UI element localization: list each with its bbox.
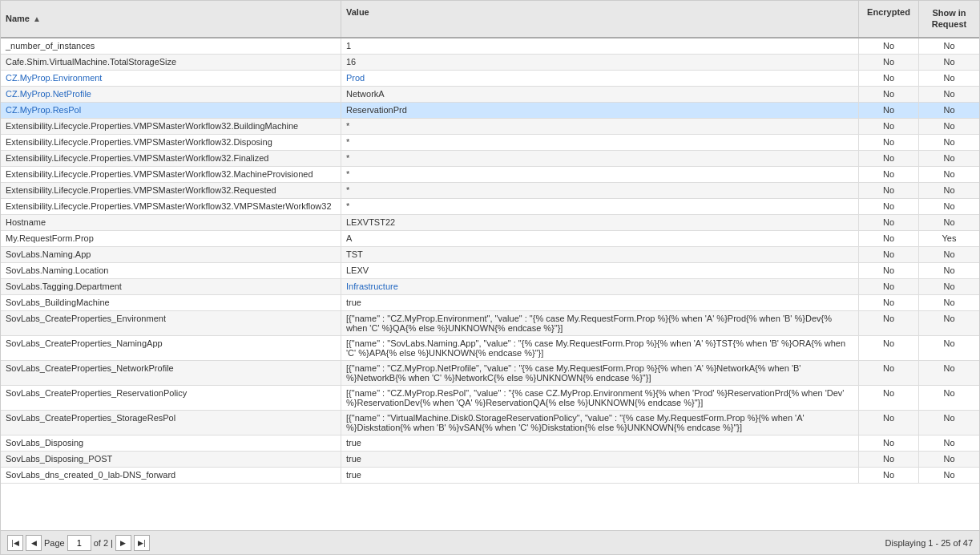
cell-name: SovLabs_CreateProperties_NamingApp [1,336,341,360]
encrypted-column-header[interactable]: Encrypted [859,1,919,37]
cell-encrypted: No [859,215,919,230]
table-row[interactable]: CZ.MyProp.ResPolReservationPrdNoNo [1,103,979,119]
cell-value: TST [341,247,859,262]
first-page-button[interactable]: |◀ [7,535,23,551]
cell-value: * [341,183,859,198]
show-in-request-column-header[interactable]: Show in Request [919,1,979,37]
cell-value: true [341,468,859,483]
cell-name: SovLabs_CreateProperties_ReservationPoli… [1,386,341,410]
table-row[interactable]: Cafe.Shim.VirtualMachine.TotalStorageSiz… [1,55,979,71]
cell-show-in-request: No [919,295,979,310]
next-page-button[interactable]: ▶ [115,535,131,551]
last-page-button[interactable]: ▶| [134,535,150,551]
table-row[interactable]: Extensibility.Lifecycle.Properties.VMPSM… [1,183,979,199]
cell-show-in-request: No [919,361,979,385]
cell-value: [{"name" : "VirtualMachine.Disk0.Storage… [341,411,859,435]
table-row[interactable]: CZ.MyProp.EnvironmentProdNoNo [1,71,979,87]
prev-page-button[interactable]: ◀ [26,535,42,551]
cell-encrypted: No [859,135,919,150]
cell-encrypted: No [859,295,919,310]
table-row[interactable]: Extensibility.Lifecycle.Properties.VMPSM… [1,135,979,151]
cell-name: Cafe.Shim.VirtualMachine.TotalStorageSiz… [1,55,341,70]
cell-name[interactable]: CZ.MyProp.ResPol [1,103,341,118]
cell-value: NetworkA [341,87,859,102]
cell-show-in-request: No [919,311,979,335]
cell-encrypted: No [859,151,919,166]
cell-value: * [341,167,859,182]
cell-value: [{"name" : "CZ.MyProp.NetProfile", "valu… [341,361,859,385]
properties-table: Name ▲ Value Encrypted Show in Request _… [0,0,980,555]
table-footer: |◀ ◀ Page of 2 | ▶ ▶| Displaying 1 - 25 … [1,530,979,554]
cell-name: SovLabs_CreateProperties_StorageResPol [1,411,341,435]
value-column-header[interactable]: Value [341,1,859,37]
table-row[interactable]: SovLabs_CreateProperties_Environment[{"n… [1,311,979,336]
cell-name: SovLabs.Naming.App [1,247,341,262]
encrypted-header-label: Encrypted [867,7,910,17]
cell-encrypted: No [859,87,919,102]
cell-name[interactable]: CZ.MyProp.NetProfile [1,87,341,102]
cell-show-in-request: No [919,215,979,230]
cell-value: LEXV [341,263,859,278]
cell-encrypted: No [859,38,919,54]
cell-encrypted: No [859,71,919,86]
table-row[interactable]: SovLabs_DisposingtrueNoNo [1,435,979,452]
cell-show-in-request: No [919,336,979,360]
table-row[interactable]: SovLabs_BuildingMachinetrueNoNo [1,295,979,311]
cell-value: [{"name" : "SovLabs.Naming.App", "value"… [341,336,859,360]
cell-name: Extensibility.Lifecycle.Properties.VMPSM… [1,183,341,198]
table-row[interactable]: SovLabs.Tagging.DepartmentInfrastructure… [1,279,979,295]
cell-encrypted: No [859,336,919,360]
table-row[interactable]: SovLabs_Disposing_POSTtrueNoNo [1,452,979,468]
table-row[interactable]: Extensibility.Lifecycle.Properties.VMPSM… [1,199,979,215]
cell-name: My.RequestForm.Prop [1,231,341,246]
table-row[interactable]: SovLabs_CreateProperties_ReservationPoli… [1,386,979,411]
cell-value: * [341,199,859,214]
cell-value: * [341,119,859,134]
name-column-header[interactable]: Name ▲ [1,1,341,37]
table-row[interactable]: Extensibility.Lifecycle.Properties.VMPSM… [1,119,979,135]
cell-name: Extensibility.Lifecycle.Properties.VMPSM… [1,119,341,134]
cell-name: Extensibility.Lifecycle.Properties.VMPSM… [1,199,341,214]
cell-encrypted: No [859,103,919,118]
cell-show-in-request: No [919,411,979,435]
cell-show-in-request: No [919,119,979,134]
cell-show-in-request: No [919,38,979,54]
cell-show-in-request: No [919,199,979,214]
cell-value: * [341,151,859,166]
cell-value: LEXVTST22 [341,215,859,230]
cell-show-in-request: No [919,87,979,102]
cell-show-in-request: No [919,247,979,262]
table-header: Name ▲ Value Encrypted Show in Request [1,1,979,38]
table-row[interactable]: _number_of_instances1NoNo [1,38,979,55]
cell-name: Extensibility.Lifecycle.Properties.VMPSM… [1,135,341,150]
cell-name: SovLabs_BuildingMachine [1,295,341,310]
cell-value: [{"name" : "CZ.MyProp.Environment", "val… [341,311,859,335]
table-row[interactable]: Extensibility.Lifecycle.Properties.VMPSM… [1,167,979,183]
table-row[interactable]: HostnameLEXVTST22NoNo [1,215,979,231]
table-row[interactable]: My.RequestForm.PropANoYes [1,231,979,247]
cell-value: * [341,135,859,150]
table-row[interactable]: SovLabs.Naming.LocationLEXVNoNo [1,263,979,279]
cell-encrypted: No [859,468,919,483]
cell-name[interactable]: CZ.MyProp.Environment [1,71,341,86]
table-row[interactable]: CZ.MyProp.NetProfileNetworkANoNo [1,87,979,103]
table-row[interactable]: SovLabs_CreateProperties_NetworkProfile[… [1,361,979,386]
cell-value: A [341,231,859,246]
page-number-input[interactable] [67,535,91,551]
table-row[interactable]: SovLabs.Naming.AppTSTNoNo [1,247,979,263]
name-header-label: Name [6,14,30,23]
table-row[interactable]: Extensibility.Lifecycle.Properties.VMPSM… [1,151,979,167]
table-row[interactable]: SovLabs_CreateProperties_StorageResPol[{… [1,411,979,435]
page-of-label: of 2 | [94,538,113,548]
cell-value: true [341,295,859,310]
cell-encrypted: No [859,386,919,410]
cell-name: Extensibility.Lifecycle.Properties.VMPSM… [1,151,341,166]
cell-value: true [341,452,859,467]
cell-show-in-request: No [919,435,979,451]
cell-encrypted: No [859,279,919,294]
table-body: _number_of_instances1NoNoCafe.Shim.Virtu… [1,38,979,530]
table-row[interactable]: SovLabs_CreateProperties_NamingApp[{"nam… [1,336,979,361]
table-row[interactable]: SovLabs_dns_created_0_lab-DNS_forwardtru… [1,468,979,484]
cell-encrypted: No [859,411,919,435]
cell-name: Hostname [1,215,341,230]
